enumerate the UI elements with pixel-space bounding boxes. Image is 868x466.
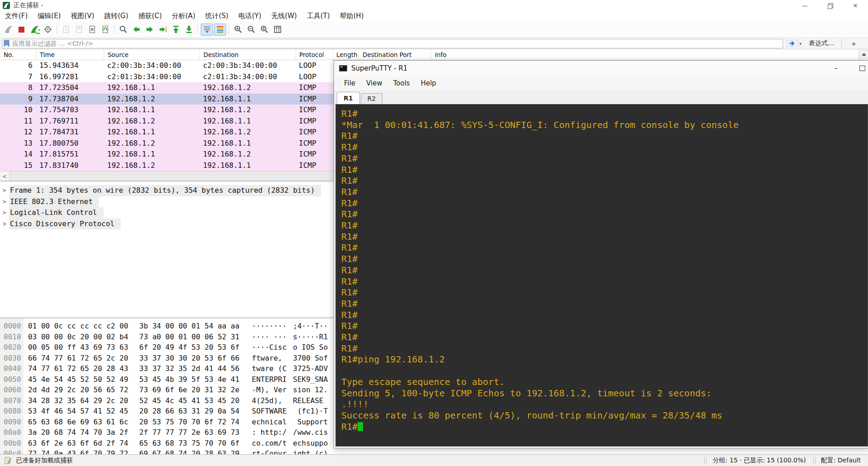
menu-item-0[interactable]: 文件(F): [0, 11, 33, 21]
hex-bytes-2: 53 45 4b 39 5f 53 4e 41: [139, 374, 240, 385]
cell-proto: ICMP: [296, 82, 333, 94]
filterbar-separator: [841, 39, 842, 48]
terminal-line: Type escape sequence to abort.: [341, 376, 868, 388]
hex-bytes-2: 20 28 66 63 31 29 0a 54: [139, 406, 240, 417]
menu-item-7[interactable]: 电话(Y): [233, 11, 266, 21]
go-to-bottom-icon[interactable]: [183, 24, 195, 36]
go-forward-icon[interactable]: [143, 24, 156, 36]
zoom-out-icon[interactable]: [245, 24, 257, 36]
wireshark-toolbar: [0, 21, 868, 38]
hex-bytes-1: 66 74 77 61 72 65 2c 20: [28, 353, 128, 364]
colorize-icon[interactable]: [214, 24, 226, 36]
column-header-destination[interactable]: Destination: [200, 49, 296, 60]
close-file-icon[interactable]: [86, 24, 98, 36]
cell-no: 9: [0, 94, 36, 105]
cell-src: 192.168.1.2: [104, 160, 200, 171]
session-tab-r2[interactable]: R2: [361, 93, 383, 104]
profile-text[interactable]: 配置: Default: [821, 456, 861, 465]
sp-menu-tools[interactable]: Tools: [388, 79, 415, 87]
display-filter-field[interactable]: [2, 39, 783, 48]
column-header-length[interactable]: Length: [333, 49, 359, 60]
go-to-packet-icon[interactable]: [156, 24, 169, 36]
cell-dst: 192.168.1.1: [200, 116, 296, 127]
status-message: 已准备好加载或捕获: [16, 456, 73, 465]
restart-capture-icon[interactable]: [28, 24, 41, 36]
chevron-right-icon[interactable]: >: [0, 196, 9, 208]
menu-item-1[interactable]: 编辑(E): [33, 11, 66, 21]
ascii-2: RELEASE: [293, 395, 328, 406]
status-separator: [704, 457, 707, 464]
menu-item-4[interactable]: 捕获(C): [133, 11, 167, 21]
zoom-in-icon[interactable]: [232, 24, 244, 36]
chevron-right-icon[interactable]: >: [0, 185, 9, 196]
start-capture-icon[interactable]: [2, 24, 14, 36]
chevron-right-icon[interactable]: >: [0, 219, 9, 230]
open-file-icon[interactable]: [60, 24, 72, 36]
capture-file-icon[interactable]: [5, 456, 11, 465]
hex-bytes-1: 3a 20 68 74 74 70 3a 2f: [28, 427, 128, 438]
column-header-no-[interactable]: No.: [0, 49, 36, 60]
cell-proto: LOOP: [296, 60, 333, 71]
sp-menu-file[interactable]: File: [339, 79, 361, 87]
ascii-1: : http:/: [252, 427, 287, 438]
session-tab-r1[interactable]: R1: [337, 92, 360, 104]
terminal-screen[interactable]: R1#*Mar 1 00:01:41.687: %SYS-5-CONFIG_I:…: [335, 104, 868, 447]
bookmark-icon[interactable]: [4, 40, 9, 47]
menu-item-3[interactable]: 跳转(G): [99, 11, 133, 21]
sp-menu-help[interactable]: Help: [415, 79, 442, 87]
display-filter-input[interactable]: [12, 40, 783, 47]
hex-offset: 00a0: [0, 427, 24, 438]
menu-item-10[interactable]: 帮助(H): [335, 11, 369, 21]
hex-bytes-1: 2d 4d 29 2c 20 56 65 72: [28, 385, 128, 395]
auto-scroll-icon[interactable]: [201, 24, 213, 36]
restore-button[interactable]: [817, 0, 843, 11]
hex-bytes-1: 63 6f 2e 63 6f 6d 2f 74: [28, 438, 128, 449]
terminal-line: Sending 5, 100-byte ICMP Echos to 192.16…: [341, 388, 868, 399]
go-to-top-icon[interactable]: [170, 24, 182, 36]
cell-src: 192.168.1.1: [104, 127, 200, 138]
filter-dropdown-caret[interactable]: ▾: [799, 41, 802, 46]
scroll-left-button[interactable]: <: [0, 171, 9, 181]
menu-item-6[interactable]: 统计(S): [200, 11, 233, 21]
add-filter-button[interactable]: ＋: [850, 38, 858, 49]
go-back-icon[interactable]: [130, 24, 142, 36]
menu-item-5[interactable]: 分析(A): [167, 11, 200, 21]
apply-filter-button[interactable]: ▾: [787, 40, 802, 47]
cell-dst: 192.168.1.2: [200, 82, 296, 94]
hex-bytes-1: 34 28 32 35 64 29 2c 20: [28, 395, 128, 406]
save-file-icon[interactable]: [73, 24, 85, 36]
superputty-minimize-button[interactable]: –: [827, 61, 845, 76]
window-controls: — ✕: [792, 0, 868, 11]
ascii-1: -M), Ver: [252, 385, 287, 395]
chevron-right-icon[interactable]: >: [0, 207, 9, 219]
ascii-1: SOFTWARE: [252, 406, 287, 417]
scroll-up-button[interactable]: [859, 49, 868, 59]
column-header-destination-port[interactable]: Destination Port: [359, 49, 431, 60]
cell-proto: ICMP: [296, 116, 333, 127]
column-header-info[interactable]: Info: [431, 49, 859, 60]
column-header-time[interactable]: Time: [36, 49, 104, 60]
expression-button[interactable]: 表达式…: [809, 39, 834, 48]
zoom-reset-icon[interactable]: [258, 24, 270, 36]
resize-columns-icon[interactable]: [271, 24, 283, 36]
terminal-line: R1#: [341, 142, 868, 153]
cell-dst: c2:01:3b:34:00:00: [200, 71, 296, 83]
menu-item-9[interactable]: 工具(T): [302, 11, 335, 21]
menu-item-2[interactable]: 视图(V): [66, 11, 99, 21]
capture-options-icon[interactable]: [42, 24, 54, 36]
stop-capture-icon[interactable]: [15, 24, 28, 36]
minimize-button[interactable]: —: [792, 0, 817, 11]
cell-dst: 192.168.1.1: [200, 160, 296, 171]
find-packet-icon[interactable]: [117, 24, 129, 36]
sp-menu-view[interactable]: View: [361, 79, 388, 87]
superputty-maximize-button[interactable]: [853, 61, 868, 76]
column-header-source[interactable]: Source: [104, 49, 200, 60]
menu-item-8[interactable]: 无线(W): [266, 11, 302, 21]
reload-file-icon[interactable]: [99, 24, 111, 36]
wireshark-menubar: 文件(F)编辑(E)视图(V)跳转(G)捕获(C)分析(A)统计(S)电话(Y)…: [0, 11, 868, 21]
cell-time: 16.997281: [36, 71, 104, 83]
session-tabs: R1R2: [334, 90, 868, 104]
close-button[interactable]: ✕: [843, 0, 868, 11]
cell-time: 17.769711: [36, 116, 104, 127]
column-header-protocol[interactable]: Protocol: [296, 49, 333, 60]
